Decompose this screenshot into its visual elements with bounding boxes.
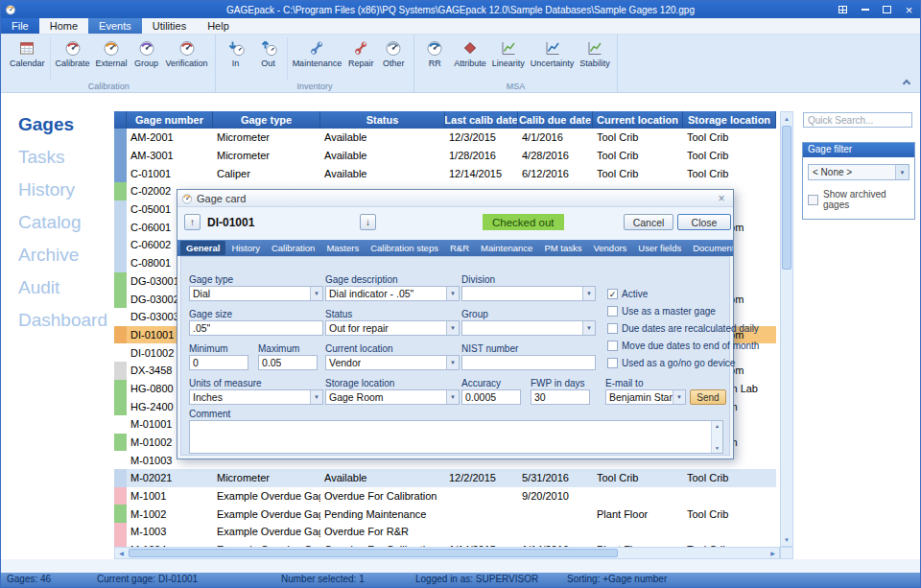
dialog-tab-r-r[interactable]: R&R — [444, 241, 475, 255]
field-input-units-of-measure[interactable]: Inches▼ — [189, 389, 323, 405]
scroll-up-icon[interactable]: ▲ — [715, 423, 720, 429]
table-row[interactable]: AM-2001MicrometerAvailable12/3/20154/1/2… — [114, 129, 776, 147]
close-button[interactable]: Close — [677, 214, 731, 230]
field-input-fwp-in-days[interactable]: 30 — [531, 389, 590, 405]
field-input-gage-type[interactable]: Dial▼ — [189, 286, 323, 301]
field-input-current-location[interactable]: Vendor▼ — [325, 355, 460, 370]
ribbon-button-maintenance[interactable]: Maintenance — [290, 37, 345, 70]
scroll-down-icon[interactable]: ▼ — [715, 445, 720, 451]
send-button[interactable]: Send — [690, 389, 726, 405]
sidebar-item-archive[interactable]: Archive — [1, 239, 114, 271]
dialog-close-x-icon[interactable]: × — [714, 192, 729, 205]
scroll-up-icon[interactable]: ▲ — [781, 112, 792, 125]
column-header-last-calib-date[interactable]: Last calib date — [445, 111, 518, 129]
dialog-tab-maintenance[interactable]: Maintenance — [475, 241, 538, 255]
field-input-group[interactable]: ▼ — [461, 320, 596, 336]
chevron-down-icon[interactable]: ▼ — [582, 321, 595, 335]
ribbon-collapse-button[interactable] — [901, 77, 912, 86]
field-input-storage-location[interactable]: Gage Room▼ — [325, 389, 460, 405]
table-row[interactable]: M-02021MicrometerAvailable12/2/20155/31/… — [114, 469, 776, 487]
field-input-gage-description[interactable]: Dial indicator - .05"▼ — [325, 286, 460, 301]
checkbox-used-as-a-go-no-go-device[interactable]: Used as a go/no go device — [607, 358, 735, 368]
gage-filter-select[interactable]: < None > ▼ — [808, 164, 909, 180]
field-input-division[interactable]: ▼ — [461, 286, 596, 301]
ribbon-button-verification[interactable]: Verification — [163, 37, 211, 70]
column-header-status[interactable]: Status — [320, 111, 445, 129]
checkbox-due-dates-are-recalculated-daily[interactable]: Due dates are recalculated daily — [607, 323, 759, 334]
dialog-tab-documents[interactable]: Documents — [687, 241, 733, 255]
scroll-down-icon[interactable]: ▼ — [781, 533, 792, 546]
column-header-indicator[interactable] — [114, 111, 127, 129]
next-gage-button[interactable]: ↓ — [360, 214, 376, 230]
table-row[interactable]: M-1002Example Overdue GagePending Mainte… — [114, 505, 776, 523]
dialog-titlebar[interactable]: Gage card × — [177, 190, 733, 207]
chevron-down-icon[interactable]: ▼ — [310, 390, 322, 404]
sidebar-item-catalog[interactable]: Catalog — [1, 206, 114, 239]
sidebar-item-audit[interactable]: Audit — [1, 271, 114, 304]
column-header-current-location[interactable]: Current location — [593, 111, 683, 129]
field-input-minimum[interactable]: 0 — [189, 355, 248, 370]
ribbon-button-linearity[interactable]: Linearity — [489, 37, 528, 70]
chevron-down-icon[interactable]: ▼ — [673, 390, 685, 404]
ribbon-button-other[interactable]: Other — [377, 37, 410, 70]
v-scroll-thumb[interactable] — [782, 126, 791, 270]
h-scroll-thumb[interactable] — [129, 549, 618, 557]
sidebar-item-dashboard[interactable]: Dashboard — [1, 304, 114, 337]
minimize-button[interactable] — [854, 1, 876, 18]
dialog-tab-pm-tasks[interactable]: PM tasks — [538, 241, 587, 255]
ribbon-button-rr[interactable]: RR — [418, 37, 451, 70]
ribbon-button-attribute[interactable]: Attribute — [451, 37, 489, 70]
menu-tab-home[interactable]: Home — [39, 18, 88, 34]
field-input-email-to[interactable]: Benjamin Stark▼ — [605, 389, 686, 405]
dialog-tab-general[interactable]: General — [180, 241, 225, 255]
close-window-button[interactable]: × — [898, 1, 920, 18]
column-header-calib-due-date[interactable]: Calib due date — [518, 111, 593, 129]
dialog-tab-calibration[interactable]: Calibration — [266, 241, 320, 255]
comment-scrollbar[interactable]: ▲ ▼ — [711, 421, 722, 453]
chevron-down-icon[interactable]: ▼ — [446, 390, 459, 404]
dialog-tab-user-fields[interactable]: User fields — [632, 241, 687, 255]
ribbon-button-group[interactable]: Group — [130, 37, 163, 70]
ribbon-button-stability[interactable]: Stability — [577, 37, 613, 70]
cancel-button[interactable]: Cancel — [624, 214, 673, 230]
field-input-nist-number[interactable] — [461, 355, 596, 370]
table-row[interactable]: AM-3001MicrometerAvailable1/28/20164/28/… — [114, 147, 776, 165]
comment-textarea[interactable]: ▲ ▼ — [189, 420, 723, 454]
show-archived-checkbox[interactable]: Show archived gages — [808, 189, 909, 210]
menu-tab-events[interactable]: Events — [88, 18, 142, 34]
chevron-down-icon[interactable]: ▼ — [446, 356, 459, 369]
ribbon-button-in[interactable]: In — [220, 37, 252, 70]
ribbon-button-calendar[interactable]: Calendar — [7, 37, 48, 70]
menu-tab-file[interactable]: File — [1, 18, 39, 34]
field-input-accuracy[interactable]: 0.0005 — [461, 389, 521, 405]
chevron-down-icon[interactable]: ▼ — [582, 287, 595, 300]
ribbon-button-uncertainty[interactable]: Uncertainty — [528, 37, 578, 70]
sidebar-item-history[interactable]: History — [1, 174, 114, 206]
menu-tab-utilities[interactable]: Utilities — [142, 18, 197, 34]
ribbon-button-repair[interactable]: Repair — [344, 37, 377, 70]
chevron-down-icon[interactable]: ▼ — [446, 287, 459, 300]
field-input-maximum[interactable]: 0.05 — [258, 355, 318, 370]
field-input-status[interactable]: Out for repair▼ — [325, 320, 460, 336]
table-row[interactable]: M-1001Example Overdue GageOverdue For Ca… — [114, 487, 776, 506]
ribbon-button-external[interactable]: External — [93, 37, 130, 70]
scroll-left-icon[interactable]: ◀ — [115, 548, 128, 558]
scroll-right-icon[interactable]: ▶ — [767, 548, 779, 558]
menu-tab-help[interactable]: Help — [197, 18, 240, 34]
field-input-gage-size[interactable]: .05" — [189, 320, 323, 336]
dialog-tab-masters[interactable]: Masters — [320, 241, 365, 255]
previous-gage-button[interactable]: ↑ — [184, 214, 201, 230]
table-row[interactable]: C-01001CaliperAvailable12/14/20156/12/20… — [114, 164, 776, 182]
sidebar-item-gages[interactable]: Gages — [1, 108, 114, 141]
dialog-tab-vendors[interactable]: Vendors — [587, 241, 632, 255]
ribbon-button-out[interactable]: Out — [252, 37, 285, 70]
column-header-gage-number[interactable]: Gage number — [127, 111, 213, 129]
checkbox-move-due-dates-to-end-of-month[interactable]: Move due dates to end of month — [607, 341, 759, 351]
column-header-storage-location[interactable]: Storage location — [683, 111, 776, 129]
v-scrollbar[interactable]: ▲ ▼ — [780, 111, 793, 547]
column-header-gage-type[interactable]: Gage type — [213, 111, 320, 129]
options-button[interactable] — [832, 1, 854, 18]
dialog-tab-history[interactable]: History — [225, 241, 266, 255]
quick-search-input[interactable]: Quick Search... — [803, 112, 912, 128]
table-row[interactable]: M-1003Example Overdue GageOverdue For R&… — [114, 523, 776, 541]
